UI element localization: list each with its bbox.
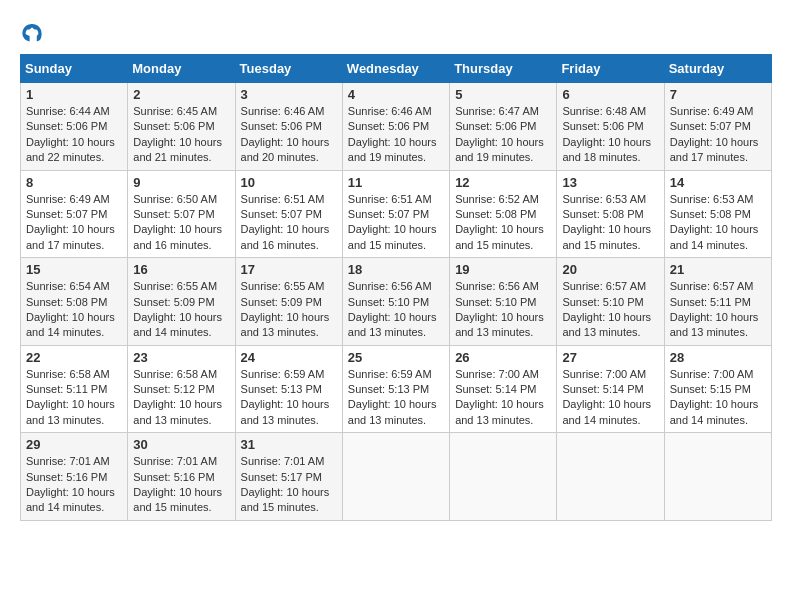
day-number: 7 — [670, 87, 766, 102]
day-info: Sunrise: 6:57 AM Sunset: 5:10 PM Dayligh… — [562, 279, 658, 341]
day-info: Sunrise: 6:51 AM Sunset: 5:07 PM Dayligh… — [348, 192, 444, 254]
day-info: Sunrise: 6:47 AM Sunset: 5:06 PM Dayligh… — [455, 104, 551, 166]
day-info: Sunrise: 7:01 AM Sunset: 5:17 PM Dayligh… — [241, 454, 337, 516]
day-info: Sunrise: 6:44 AM Sunset: 5:06 PM Dayligh… — [26, 104, 122, 166]
calendar-cell: 26 Sunrise: 7:00 AM Sunset: 5:14 PM Dayl… — [450, 345, 557, 433]
calendar-cell: 31 Sunrise: 7:01 AM Sunset: 5:17 PM Dayl… — [235, 433, 342, 521]
day-number: 22 — [26, 350, 122, 365]
calendar-week-row: 15 Sunrise: 6:54 AM Sunset: 5:08 PM Dayl… — [21, 258, 772, 346]
day-number: 8 — [26, 175, 122, 190]
column-header-friday: Friday — [557, 55, 664, 83]
calendar-cell: 28 Sunrise: 7:00 AM Sunset: 5:15 PM Dayl… — [664, 345, 771, 433]
calendar-cell: 23 Sunrise: 6:58 AM Sunset: 5:12 PM Dayl… — [128, 345, 235, 433]
calendar-cell: 9 Sunrise: 6:50 AM Sunset: 5:07 PM Dayli… — [128, 170, 235, 258]
day-info: Sunrise: 7:00 AM Sunset: 5:14 PM Dayligh… — [562, 367, 658, 429]
calendar-cell — [450, 433, 557, 521]
calendar-table: SundayMondayTuesdayWednesdayThursdayFrid… — [20, 54, 772, 521]
calendar-cell: 11 Sunrise: 6:51 AM Sunset: 5:07 PM Dayl… — [342, 170, 449, 258]
calendar-cell: 16 Sunrise: 6:55 AM Sunset: 5:09 PM Dayl… — [128, 258, 235, 346]
calendar-week-row: 8 Sunrise: 6:49 AM Sunset: 5:07 PM Dayli… — [21, 170, 772, 258]
day-number: 4 — [348, 87, 444, 102]
day-info: Sunrise: 6:48 AM Sunset: 5:06 PM Dayligh… — [562, 104, 658, 166]
calendar-cell: 27 Sunrise: 7:00 AM Sunset: 5:14 PM Dayl… — [557, 345, 664, 433]
day-info: Sunrise: 7:00 AM Sunset: 5:14 PM Dayligh… — [455, 367, 551, 429]
day-number: 19 — [455, 262, 551, 277]
day-number: 1 — [26, 87, 122, 102]
day-number: 16 — [133, 262, 229, 277]
day-number: 20 — [562, 262, 658, 277]
day-info: Sunrise: 6:49 AM Sunset: 5:07 PM Dayligh… — [26, 192, 122, 254]
day-info: Sunrise: 6:49 AM Sunset: 5:07 PM Dayligh… — [670, 104, 766, 166]
logo — [20, 20, 48, 44]
day-info: Sunrise: 6:51 AM Sunset: 5:07 PM Dayligh… — [241, 192, 337, 254]
calendar-cell: 19 Sunrise: 6:56 AM Sunset: 5:10 PM Dayl… — [450, 258, 557, 346]
calendar-cell: 7 Sunrise: 6:49 AM Sunset: 5:07 PM Dayli… — [664, 83, 771, 171]
calendar-cell: 12 Sunrise: 6:52 AM Sunset: 5:08 PM Dayl… — [450, 170, 557, 258]
day-info: Sunrise: 6:53 AM Sunset: 5:08 PM Dayligh… — [562, 192, 658, 254]
day-number: 10 — [241, 175, 337, 190]
day-info: Sunrise: 6:53 AM Sunset: 5:08 PM Dayligh… — [670, 192, 766, 254]
day-info: Sunrise: 6:50 AM Sunset: 5:07 PM Dayligh… — [133, 192, 229, 254]
calendar-cell: 5 Sunrise: 6:47 AM Sunset: 5:06 PM Dayli… — [450, 83, 557, 171]
day-number: 12 — [455, 175, 551, 190]
day-info: Sunrise: 6:45 AM Sunset: 5:06 PM Dayligh… — [133, 104, 229, 166]
calendar-cell: 15 Sunrise: 6:54 AM Sunset: 5:08 PM Dayl… — [21, 258, 128, 346]
calendar-header-row: SundayMondayTuesdayWednesdayThursdayFrid… — [21, 55, 772, 83]
column-header-sunday: Sunday — [21, 55, 128, 83]
day-number: 6 — [562, 87, 658, 102]
day-info: Sunrise: 7:00 AM Sunset: 5:15 PM Dayligh… — [670, 367, 766, 429]
day-number: 2 — [133, 87, 229, 102]
day-number: 5 — [455, 87, 551, 102]
calendar-cell: 25 Sunrise: 6:59 AM Sunset: 5:13 PM Dayl… — [342, 345, 449, 433]
calendar-cell: 1 Sunrise: 6:44 AM Sunset: 5:06 PM Dayli… — [21, 83, 128, 171]
day-info: Sunrise: 6:56 AM Sunset: 5:10 PM Dayligh… — [348, 279, 444, 341]
column-header-wednesday: Wednesday — [342, 55, 449, 83]
day-number: 31 — [241, 437, 337, 452]
day-number: 23 — [133, 350, 229, 365]
calendar-cell: 10 Sunrise: 6:51 AM Sunset: 5:07 PM Dayl… — [235, 170, 342, 258]
day-number: 30 — [133, 437, 229, 452]
day-info: Sunrise: 6:55 AM Sunset: 5:09 PM Dayligh… — [133, 279, 229, 341]
day-info: Sunrise: 6:46 AM Sunset: 5:06 PM Dayligh… — [241, 104, 337, 166]
calendar-cell: 21 Sunrise: 6:57 AM Sunset: 5:11 PM Dayl… — [664, 258, 771, 346]
calendar-cell: 4 Sunrise: 6:46 AM Sunset: 5:06 PM Dayli… — [342, 83, 449, 171]
day-info: Sunrise: 6:46 AM Sunset: 5:06 PM Dayligh… — [348, 104, 444, 166]
calendar-cell: 8 Sunrise: 6:49 AM Sunset: 5:07 PM Dayli… — [21, 170, 128, 258]
calendar-cell: 22 Sunrise: 6:58 AM Sunset: 5:11 PM Dayl… — [21, 345, 128, 433]
calendar-week-row: 29 Sunrise: 7:01 AM Sunset: 5:16 PM Dayl… — [21, 433, 772, 521]
day-number: 26 — [455, 350, 551, 365]
column-header-saturday: Saturday — [664, 55, 771, 83]
column-header-thursday: Thursday — [450, 55, 557, 83]
day-info: Sunrise: 6:58 AM Sunset: 5:12 PM Dayligh… — [133, 367, 229, 429]
day-number: 21 — [670, 262, 766, 277]
logo-icon — [20, 20, 44, 44]
day-info: Sunrise: 6:55 AM Sunset: 5:09 PM Dayligh… — [241, 279, 337, 341]
calendar-cell: 18 Sunrise: 6:56 AM Sunset: 5:10 PM Dayl… — [342, 258, 449, 346]
day-info: Sunrise: 6:59 AM Sunset: 5:13 PM Dayligh… — [241, 367, 337, 429]
calendar-cell: 2 Sunrise: 6:45 AM Sunset: 5:06 PM Dayli… — [128, 83, 235, 171]
day-number: 9 — [133, 175, 229, 190]
day-info: Sunrise: 6:59 AM Sunset: 5:13 PM Dayligh… — [348, 367, 444, 429]
calendar-cell: 17 Sunrise: 6:55 AM Sunset: 5:09 PM Dayl… — [235, 258, 342, 346]
calendar-cell — [664, 433, 771, 521]
calendar-week-row: 22 Sunrise: 6:58 AM Sunset: 5:11 PM Dayl… — [21, 345, 772, 433]
calendar-cell: 30 Sunrise: 7:01 AM Sunset: 5:16 PM Dayl… — [128, 433, 235, 521]
day-number: 11 — [348, 175, 444, 190]
calendar-cell: 6 Sunrise: 6:48 AM Sunset: 5:06 PM Dayli… — [557, 83, 664, 171]
calendar-cell — [342, 433, 449, 521]
day-info: Sunrise: 6:56 AM Sunset: 5:10 PM Dayligh… — [455, 279, 551, 341]
day-number: 3 — [241, 87, 337, 102]
day-number: 27 — [562, 350, 658, 365]
day-number: 29 — [26, 437, 122, 452]
calendar-cell: 29 Sunrise: 7:01 AM Sunset: 5:16 PM Dayl… — [21, 433, 128, 521]
day-info: Sunrise: 6:58 AM Sunset: 5:11 PM Dayligh… — [26, 367, 122, 429]
calendar-cell: 14 Sunrise: 6:53 AM Sunset: 5:08 PM Dayl… — [664, 170, 771, 258]
day-number: 28 — [670, 350, 766, 365]
calendar-cell: 13 Sunrise: 6:53 AM Sunset: 5:08 PM Dayl… — [557, 170, 664, 258]
day-info: Sunrise: 7:01 AM Sunset: 5:16 PM Dayligh… — [26, 454, 122, 516]
day-number: 25 — [348, 350, 444, 365]
column-header-monday: Monday — [128, 55, 235, 83]
column-header-tuesday: Tuesday — [235, 55, 342, 83]
day-info: Sunrise: 6:54 AM Sunset: 5:08 PM Dayligh… — [26, 279, 122, 341]
day-number: 17 — [241, 262, 337, 277]
